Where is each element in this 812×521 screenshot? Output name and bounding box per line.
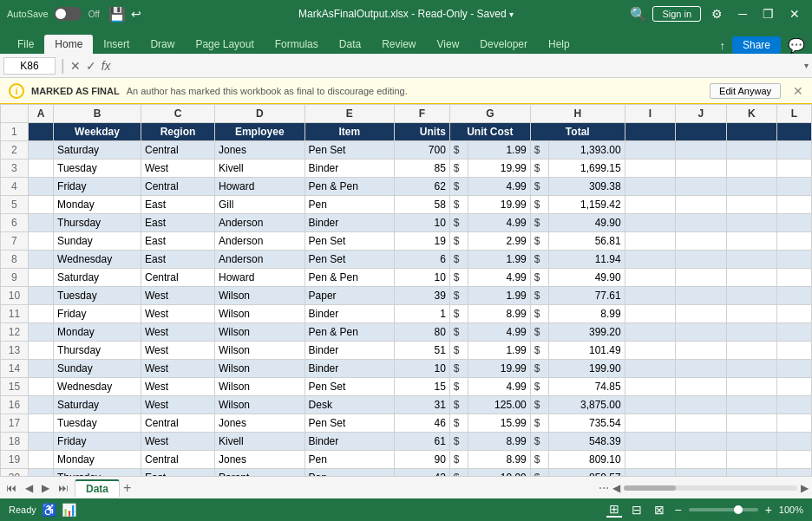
cell-B16[interactable]: Saturday bbox=[54, 396, 141, 414]
cell-G-val-3[interactable]: 19.99 bbox=[468, 160, 531, 178]
cell-G-val-20[interactable]: 19.99 bbox=[468, 469, 531, 477]
cell-B7[interactable]: Sunday bbox=[54, 232, 141, 251]
horizontal-scrollbar[interactable] bbox=[624, 485, 797, 491]
cell-G1[interactable]: Unit Cost bbox=[449, 123, 530, 141]
cell-K1[interactable] bbox=[726, 123, 776, 141]
cell-I20[interactable] bbox=[625, 469, 675, 477]
cell-J20[interactable] bbox=[676, 469, 726, 477]
cell-B3[interactable]: Tuesday bbox=[54, 160, 141, 178]
cell-D2[interactable]: Jones bbox=[214, 141, 304, 160]
cell-D8[interactable]: Anderson bbox=[214, 251, 304, 269]
cell-G-sym-2[interactable]: $ bbox=[449, 141, 468, 160]
cell-E16[interactable]: Desk bbox=[304, 396, 395, 414]
cell-E5[interactable]: Pen bbox=[304, 196, 395, 214]
cell-G-val-18[interactable]: 8.99 bbox=[468, 433, 531, 451]
cell-H-sym-17[interactable]: $ bbox=[530, 414, 548, 433]
cell-A11[interactable] bbox=[28, 305, 53, 323]
col-header-E[interactable]: E bbox=[304, 105, 395, 123]
maximize-button[interactable]: ❐ bbox=[757, 7, 779, 21]
cell-C7[interactable]: East bbox=[141, 232, 214, 251]
cell-J19[interactable] bbox=[676, 451, 726, 469]
cell-F7[interactable]: 19 bbox=[395, 232, 450, 251]
cell-A14[interactable] bbox=[28, 360, 53, 378]
cell-J9[interactable] bbox=[676, 269, 726, 287]
tab-developer[interactable]: Developer bbox=[469, 35, 538, 54]
sheet-options-icon[interactable]: ⋯ bbox=[599, 482, 609, 494]
minimize-button[interactable]: ─ bbox=[733, 7, 752, 21]
cell-K3[interactable] bbox=[726, 160, 776, 178]
cell-H-val-3[interactable]: 1,699.15 bbox=[549, 160, 625, 178]
cell-G-sym-8[interactable]: $ bbox=[449, 251, 468, 269]
sheet-nav-prev[interactable]: ◀ bbox=[23, 482, 36, 494]
cell-F5[interactable]: 58 bbox=[395, 196, 450, 214]
cell-A15[interactable] bbox=[28, 378, 53, 396]
cell-F13[interactable]: 51 bbox=[395, 342, 450, 360]
cell-G-val-2[interactable]: 1.99 bbox=[468, 141, 531, 160]
cell-J12[interactable] bbox=[676, 323, 726, 342]
cell-J2[interactable] bbox=[676, 141, 726, 160]
cell-E15[interactable]: Pen Set bbox=[304, 378, 395, 396]
cell-G-sym-10[interactable]: $ bbox=[449, 287, 468, 305]
dropdown-arrow[interactable]: ▾ bbox=[509, 10, 514, 19]
cell-G-sym-4[interactable]: $ bbox=[449, 178, 468, 196]
cell-H-sym-2[interactable]: $ bbox=[530, 141, 548, 160]
cell-C11[interactable]: West bbox=[141, 305, 214, 323]
confirm-icon[interactable]: ✓ bbox=[86, 59, 96, 73]
cell-J11[interactable] bbox=[676, 305, 726, 323]
cell-G-val-13[interactable]: 1.99 bbox=[468, 342, 531, 360]
cell-A2[interactable] bbox=[28, 141, 53, 160]
signin-button[interactable]: Sign in bbox=[652, 6, 701, 22]
cell-B6[interactable]: Thursday bbox=[54, 214, 141, 232]
cell-F17[interactable]: 46 bbox=[395, 414, 450, 433]
cell-J13[interactable] bbox=[676, 342, 726, 360]
cell-G-val-7[interactable]: 2.99 bbox=[468, 232, 531, 251]
tab-file[interactable]: File bbox=[7, 35, 44, 54]
search-icon[interactable]: 🔍 bbox=[630, 6, 647, 23]
col-header-K[interactable]: K bbox=[726, 105, 776, 123]
cell-A12[interactable] bbox=[28, 323, 53, 342]
cell-C16[interactable]: West bbox=[141, 396, 214, 414]
cell-F15[interactable]: 15 bbox=[395, 378, 450, 396]
cancel-icon[interactable]: ✕ bbox=[70, 59, 81, 73]
cell-A10[interactable] bbox=[28, 287, 53, 305]
accessibility-icon[interactable]: ♿ bbox=[42, 503, 56, 517]
cell-I16[interactable] bbox=[625, 396, 675, 414]
cell-I10[interactable] bbox=[625, 287, 675, 305]
cell-H-val-5[interactable]: 1,159.42 bbox=[549, 196, 625, 214]
cell-G-sym-7[interactable]: $ bbox=[449, 232, 468, 251]
cell-E20[interactable]: Pen bbox=[304, 469, 395, 477]
settings-icon[interactable]: ⚙ bbox=[706, 7, 728, 21]
cell-B8[interactable]: Wednesday bbox=[54, 251, 141, 269]
cell-C20[interactable]: East bbox=[141, 469, 214, 477]
tab-page-layout[interactable]: Page Layout bbox=[185, 35, 264, 54]
tab-data[interactable]: Data bbox=[329, 35, 371, 54]
cell-G-sym-6[interactable]: $ bbox=[449, 214, 468, 232]
cell-K8[interactable] bbox=[726, 251, 776, 269]
cell-K12[interactable] bbox=[726, 323, 776, 342]
cell-G-sym-16[interactable]: $ bbox=[449, 396, 468, 414]
cell-K5[interactable] bbox=[726, 196, 776, 214]
cell-H-sym-15[interactable]: $ bbox=[530, 378, 548, 396]
cell-H-val-19[interactable]: 809.10 bbox=[549, 451, 625, 469]
cell-L17[interactable] bbox=[776, 414, 811, 433]
tab-view[interactable]: View bbox=[427, 35, 470, 54]
cell-K7[interactable] bbox=[726, 232, 776, 251]
col-header-J[interactable]: J bbox=[676, 105, 726, 123]
cell-K16[interactable] bbox=[726, 396, 776, 414]
cell-H-val-6[interactable]: 49.90 bbox=[549, 214, 625, 232]
edit-anyway-button[interactable]: Edit Anyway bbox=[710, 83, 781, 99]
cell-E11[interactable]: Binder bbox=[304, 305, 395, 323]
cell-K4[interactable] bbox=[726, 178, 776, 196]
cell-D6[interactable]: Anderson bbox=[214, 214, 304, 232]
cell-G-val-17[interactable]: 15.99 bbox=[468, 414, 531, 433]
zoom-in-button[interactable]: + bbox=[765, 503, 772, 517]
tab-draw[interactable]: Draw bbox=[140, 35, 185, 54]
cell-K2[interactable] bbox=[726, 141, 776, 160]
cell-H-sym-10[interactable]: $ bbox=[530, 287, 548, 305]
cell-G-val-14[interactable]: 19.99 bbox=[468, 360, 531, 378]
cell-H-val-18[interactable]: 548.39 bbox=[549, 433, 625, 451]
cell-J16[interactable] bbox=[676, 396, 726, 414]
cell-H-sym-5[interactable]: $ bbox=[530, 196, 548, 214]
cell-I2[interactable] bbox=[625, 141, 675, 160]
col-header-H[interactable]: H bbox=[530, 105, 625, 123]
